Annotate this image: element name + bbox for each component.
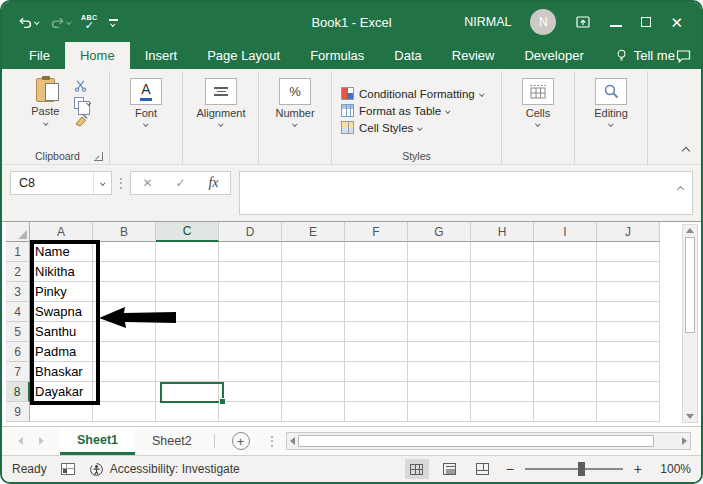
select-all-button[interactable]: [6, 222, 30, 242]
new-sheet-button[interactable]: +: [232, 432, 250, 450]
zoom-slider-thumb[interactable]: [578, 462, 585, 476]
row-header-2[interactable]: 2: [6, 262, 30, 282]
minimize-button[interactable]: [610, 13, 622, 31]
vertical-scrollbar[interactable]: [682, 224, 698, 423]
formula-bar-resize-handle[interactable]: [112, 171, 130, 195]
insert-function-button[interactable]: fx: [197, 175, 230, 191]
cell-a8[interactable]: Dayakar: [30, 382, 92, 401]
cell-a3[interactable]: Pinky: [30, 282, 92, 301]
tell-me-box[interactable]: Tell me: [615, 42, 675, 69]
sheet-bar-resize-handle[interactable]: [262, 427, 282, 455]
row-cells[interactable]: [30, 402, 660, 422]
next-sheet-arrow[interactable]: [39, 437, 44, 445]
column-header-b[interactable]: B: [93, 222, 156, 242]
ribbon-display-options-button[interactable]: [575, 14, 591, 30]
sheet-tab-sheet1[interactable]: Sheet1: [60, 427, 135, 455]
row-cells[interactable]: Santhu: [30, 322, 660, 342]
tab-developer[interactable]: Developer: [509, 42, 598, 69]
tab-formulas[interactable]: Formulas: [295, 42, 379, 69]
undo-dropdown-icon[interactable]: [34, 20, 39, 25]
row-header-7[interactable]: 7: [6, 362, 30, 382]
redo-dropdown-icon[interactable]: [66, 20, 71, 25]
tab-data[interactable]: Data: [379, 42, 436, 69]
row-cells[interactable]: Swapna: [30, 302, 660, 322]
account-name[interactable]: NIRMAL: [464, 15, 511, 29]
redo-button[interactable]: [50, 15, 71, 30]
tab-file[interactable]: File: [14, 42, 65, 69]
cell-a4[interactable]: Swapna: [30, 302, 92, 321]
cell-a6[interactable]: Padma: [30, 342, 92, 361]
row-header-1[interactable]: 1: [6, 242, 30, 262]
cell-a5[interactable]: Santhu: [30, 322, 92, 341]
clipboard-dialog-launcher[interactable]: [94, 152, 103, 161]
spelling-button[interactable]: ABC ✓: [81, 14, 98, 31]
conditional-formatting-button[interactable]: Conditional Formatting: [341, 87, 492, 100]
scroll-left-arrow[interactable]: [290, 437, 295, 445]
cell-styles-button[interactable]: Cell Styles: [341, 121, 492, 134]
copy-button[interactable]: [74, 97, 91, 109]
scroll-down-arrow[interactable]: [686, 414, 694, 419]
row-header-4[interactable]: 4: [6, 302, 30, 322]
font-group-button[interactable]: A Font: [115, 74, 177, 130]
paste-button[interactable]: Paste: [22, 74, 68, 147]
row-header-5[interactable]: 5: [6, 322, 30, 342]
vertical-scroll-thumb[interactable]: [685, 237, 695, 333]
row-cells[interactable]: Bhaskar: [30, 362, 660, 382]
column-header-c[interactable]: C: [156, 222, 219, 242]
horizontal-scroll-thumb[interactable]: [298, 435, 654, 447]
column-header-f[interactable]: F: [345, 222, 408, 242]
cancel-entry-button[interactable]: ✕: [131, 176, 164, 190]
column-header-e[interactable]: E: [282, 222, 345, 242]
zoom-in-button[interactable]: +: [632, 461, 644, 477]
number-group-button[interactable]: % Number: [264, 74, 326, 130]
column-header-g[interactable]: G: [408, 222, 471, 242]
formula-input[interactable]: [239, 171, 693, 215]
row-cells[interactable]: Name: [30, 242, 660, 262]
customize-qat-button[interactable]: [109, 19, 118, 25]
row-cells[interactable]: Padma: [30, 342, 660, 362]
cell-a1[interactable]: Name: [30, 242, 92, 261]
collapse-ribbon-button[interactable]: [683, 140, 689, 158]
column-header-a[interactable]: A: [30, 222, 93, 242]
format-as-table-button[interactable]: Format as Table: [341, 104, 492, 117]
confirm-entry-button[interactable]: ✓: [164, 176, 197, 190]
active-cell-c8[interactable]: [160, 382, 224, 403]
row-header-6[interactable]: 6: [6, 342, 30, 362]
row-cells[interactable]: Dayakar: [30, 382, 660, 402]
tab-insert[interactable]: Insert: [130, 42, 193, 69]
page-layout-view-button[interactable]: [438, 459, 462, 479]
normal-view-button[interactable]: [405, 459, 429, 479]
undo-button[interactable]: [18, 15, 39, 30]
tab-page-layout[interactable]: Page Layout: [192, 42, 295, 69]
cells-group-button[interactable]: Cells: [507, 74, 569, 130]
column-header-j[interactable]: J: [597, 222, 660, 242]
comments-button[interactable]: [675, 42, 703, 69]
avatar[interactable]: N: [530, 9, 556, 35]
editing-group-button[interactable]: Editing: [580, 74, 642, 130]
page-break-view-button[interactable]: [471, 459, 495, 479]
cut-button[interactable]: [74, 79, 91, 92]
row-header-8[interactable]: 8: [6, 382, 30, 402]
zoom-out-button[interactable]: −: [504, 461, 516, 477]
previous-sheet-arrow[interactable]: [18, 437, 23, 445]
tab-review[interactable]: Review: [437, 42, 510, 69]
maximize-button[interactable]: [641, 13, 651, 31]
accessibility-status[interactable]: Accessibility: Investigate: [89, 462, 240, 477]
expand-formula-bar-button[interactable]: [678, 181, 683, 195]
format-painter-button[interactable]: [74, 114, 91, 127]
zoom-level[interactable]: 100%: [653, 462, 691, 476]
zoom-slider[interactable]: [525, 468, 623, 470]
column-header-i[interactable]: I: [534, 222, 597, 242]
cell-a2[interactable]: Nikitha: [30, 262, 92, 281]
row-cells[interactable]: Pinky: [30, 282, 660, 302]
cell-a9[interactable]: [30, 402, 92, 421]
column-header-d[interactable]: D: [219, 222, 282, 242]
horizontal-scrollbar[interactable]: [286, 432, 691, 450]
scroll-right-arrow[interactable]: [682, 437, 687, 445]
sheet-tab-sheet2[interactable]: Sheet2: [135, 427, 209, 455]
alignment-group-button[interactable]: Alignment: [188, 74, 254, 130]
column-header-h[interactable]: H: [471, 222, 534, 242]
row-header-3[interactable]: 3: [6, 282, 30, 302]
scroll-up-arrow[interactable]: [686, 228, 694, 233]
name-box-dropdown[interactable]: [93, 172, 112, 194]
